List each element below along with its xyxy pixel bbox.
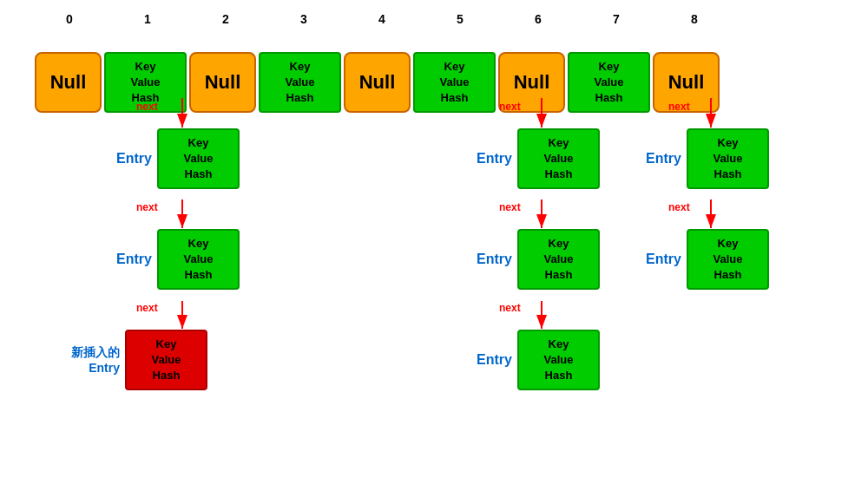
entry-row-5-3: Entry Key Value Hash [460,330,600,390]
index-6: 6 [503,12,573,26]
index-2: 2 [191,12,260,26]
entry-label-7-1: Entry [629,151,681,167]
entry-label-5-3: Entry [460,352,512,368]
next-label-7-1: next [668,101,690,113]
entry-label-1-2: Entry [100,252,152,267]
entry-label-5-1: Entry [460,151,512,167]
array-cell-3: Key Value Hash [259,52,341,113]
entry-row-5-1: Entry Key Value Hash [460,128,600,189]
entry-cell-5-2: Key Value Hash [517,229,600,290]
array-cell-5: Key Value Hash [413,52,496,113]
array-cell-7: Key Value Hash [568,52,650,113]
next-label-5-2: next [499,201,521,213]
entry-label-7-2: Entry [629,252,681,267]
array-cell-4: Null [344,52,411,113]
entry-cell-1-2: Key Value Hash [157,229,240,290]
entry-cell-1-1: Key Value Hash [157,128,240,189]
next-label-5-1: next [499,101,521,113]
next-label-1-2: next [136,201,158,213]
entry-label-1-1: Entry [100,151,152,167]
index-5: 5 [417,12,503,26]
entry-row-7-2: Entry Key Value Hash [629,229,769,290]
index-0: 0 [35,12,104,26]
index-1: 1 [104,12,191,26]
entry-cell-7-2: Key Value Hash [687,229,769,290]
array-cell-0: Null [35,52,102,113]
next-label-1-1: next [136,101,158,113]
index-8: 8 [660,12,729,26]
entry-row-1-1: Entry Key Value Hash [100,128,240,189]
entry-cell-5-3: Key Value Hash [517,330,600,390]
entry-row-5-2: Entry Key Value Hash [460,229,600,290]
entry-row-7-1: Entry Key Value Hash [629,128,769,189]
new-entry-row: 新插入的Entry Key Value Hash [59,330,207,390]
next-label-1-3: next [136,302,158,314]
new-entry-label: 新插入的Entry [59,344,120,376]
next-label-5-3: next [499,302,521,314]
entry-cell-7-1: Key Value Hash [687,128,769,189]
entry-cell-5-1: Key Value Hash [517,128,600,189]
next-label-7-2: next [668,201,690,213]
entry-row-1-2: Entry Key Value Hash [100,229,240,290]
index-7: 7 [573,12,660,26]
entry-label-5-2: Entry [460,252,512,267]
diagram: 0 1 2 3 4 5 6 7 8 Null Key Value Hash Nu… [0,0,868,484]
index-4: 4 [347,12,417,26]
array-cell-2: Null [189,52,256,113]
index-3: 3 [260,12,347,26]
new-entry-cell: Key Value Hash [125,330,207,390]
